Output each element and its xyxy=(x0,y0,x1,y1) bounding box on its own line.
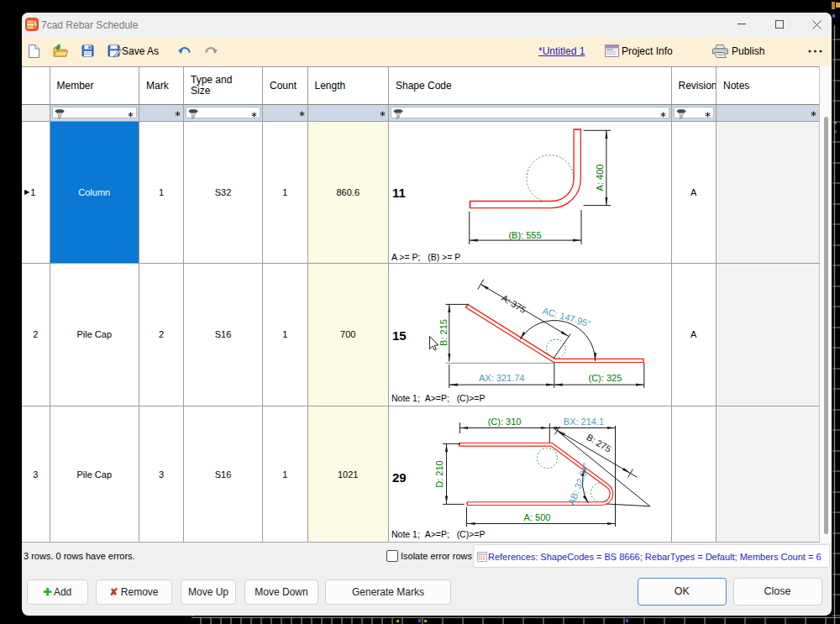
svg-text:s: s xyxy=(834,120,837,125)
svg-text:AX: 321.74: AX: 321.74 xyxy=(479,373,524,383)
svg-text:Note 1; A>=P; (C)>=P: Note 1; A>=P; (C)>=P xyxy=(391,529,485,539)
svg-text:AC: 147.95°: AC: 147.95° xyxy=(541,305,591,328)
svg-text:A >= P; (B) >= P: A >= P; (B) >= P xyxy=(391,252,460,262)
svg-text:A: 400: A: 400 xyxy=(595,165,605,191)
svg-text:A: 375: A: 375 xyxy=(500,292,528,315)
svg-text:c: c xyxy=(834,128,837,134)
svg-text:(B): 555: (B): 555 xyxy=(508,230,541,240)
svg-text:11: 11 xyxy=(392,186,406,200)
svg-text:B: 215: B: 215 xyxy=(438,319,449,346)
svg-text:B: 275: B: 275 xyxy=(585,432,613,454)
svg-text:AB: 32.34°: AB: 32.34° xyxy=(566,461,591,506)
svg-text:D: 210: D: 210 xyxy=(434,460,444,487)
svg-text:BX: 214.1: BX: 214.1 xyxy=(564,417,604,427)
svg-text:Note 1; A>=P; (C)>=P: Note 1; A>=P; (C)>=P xyxy=(391,393,485,403)
svg-text:(C): 325: (C): 325 xyxy=(589,373,622,383)
svg-text:15: 15 xyxy=(392,328,407,343)
svg-text:29: 29 xyxy=(392,470,407,485)
svg-text:A: 500: A: 500 xyxy=(524,512,551,522)
svg-text:(C): 310: (C): 310 xyxy=(488,417,522,427)
